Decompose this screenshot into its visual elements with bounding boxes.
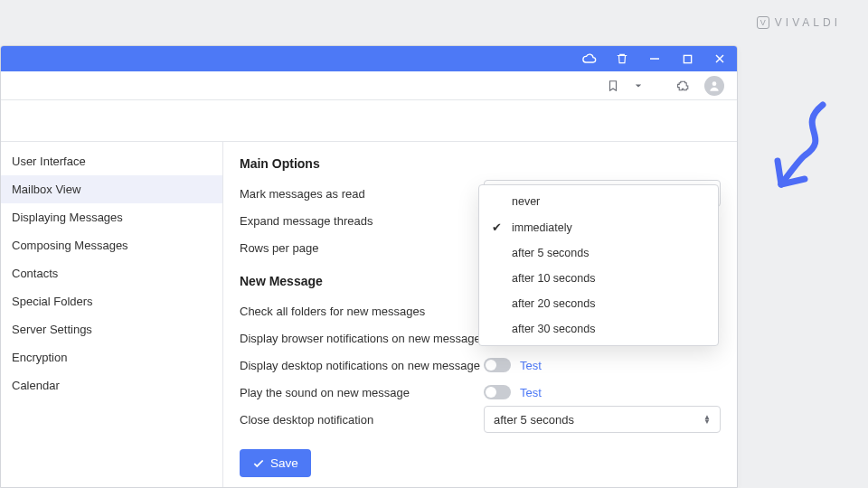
sidebar-item-server-settings[interactable]: Server Settings [1,315,222,343]
sidebar-item-special-folders[interactable]: Special Folders [1,287,222,315]
check-icon [252,457,265,470]
brand-text: VIVALDI [775,16,841,29]
annotation-arrow-icon [760,99,841,199]
section-main-options-title: Main Options [240,156,721,171]
close-notif-select[interactable]: after 5 seconds ▲▼ [484,406,721,433]
profile-avatar[interactable] [704,76,724,96]
option-never[interactable]: never [479,189,718,214]
maximize-button[interactable] [677,49,697,69]
option-after-5-seconds[interactable]: after 5 seconds [479,240,718,266]
option-label: after 5 seconds [512,247,589,259]
expand-threads-label: Expand message threads [240,214,484,228]
close-button[interactable] [710,49,730,69]
option-label: never [512,195,540,208]
sidebar-item-mailbox-view[interactable]: Mailbox View [1,175,222,203]
desktop-notif-label: Display desktop notifications on new mes… [240,359,484,372]
option-label: immediately [512,221,572,234]
option-label: after 30 seconds [512,323,595,335]
rows-per-page-label: Rows per page [240,241,484,255]
browser-notif-label: Display browser notifications on new mes… [240,332,484,345]
option-immediately[interactable]: ✔immediately [479,214,718,240]
vivaldi-logo-icon: V [757,16,769,29]
sidebar-item-user-interface[interactable]: User Interface [1,147,222,175]
option-after-20-seconds[interactable]: after 20 seconds [479,291,718,316]
option-after-10-seconds[interactable]: after 10 seconds [479,266,718,291]
mark-read-label: Mark messages as read [240,187,484,201]
sidebar-item-contacts[interactable]: Contacts [1,259,222,287]
check-all-folders-label: Check all folders for new messages [240,305,484,318]
option-after-30-seconds[interactable]: after 30 seconds [479,316,718,342]
desktop-notif-toggle[interactable] [484,358,511,372]
save-button-label: Save [270,456,298,470]
check-icon: ✔ [492,221,505,234]
option-label: after 10 seconds [512,272,595,285]
tab-strip [1,100,737,142]
browser-toolbar [1,71,737,100]
brand-label: V VIVALDI [757,16,841,29]
updown-icon: ▲▼ [703,415,711,424]
mark-read-dropdown: never ✔immediately after 5 seconds after… [478,184,719,346]
settings-sidebar: User Interface Mailbox View Displaying M… [1,142,223,487]
close-notif-value: after 5 seconds [494,413,574,427]
option-label: after 20 seconds [512,297,595,310]
trash-icon[interactable] [612,49,632,69]
play-sound-test-link[interactable]: Test [520,386,542,399]
chevron-down-icon[interactable] [634,78,643,94]
bookmark-icon[interactable] [605,78,621,94]
close-notif-label: Close desktop notification [240,413,484,427]
play-sound-toggle[interactable] [484,385,511,399]
sidebar-item-calendar[interactable]: Calendar [1,371,222,399]
window-titlebar [1,46,737,71]
save-button[interactable]: Save [240,449,311,477]
settings-content: Main Options Mark messages as read immed… [223,142,737,487]
sidebar-item-encryption[interactable]: Encryption [1,343,222,371]
app-window: User Interface Mailbox View Displaying M… [0,45,738,488]
play-sound-label: Play the sound on new message [240,386,484,399]
sidebar-item-displaying-messages[interactable]: Displaying Messages [1,203,222,231]
svg-rect-1 [684,55,691,62]
extensions-icon[interactable] [675,78,692,94]
cloud-icon[interactable] [580,49,599,69]
sidebar-item-composing-messages[interactable]: Composing Messages [1,231,222,259]
desktop-notif-test-link[interactable]: Test [520,359,542,372]
minimize-button[interactable] [645,49,665,69]
svg-point-4 [712,81,717,86]
